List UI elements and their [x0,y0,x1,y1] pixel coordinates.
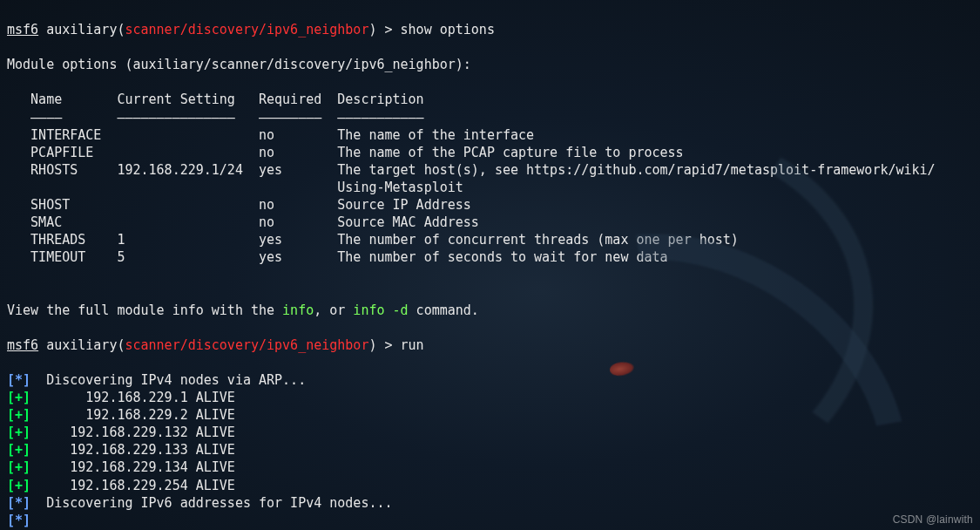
table-row: INTERFACE no The name of the interface [7,127,534,143]
output-line: [*] Discovering IPv6 addresses for IPv4 … [7,495,393,511]
output-text: 192.168.229.2 ALIVE [46,407,235,423]
command-show-options: show options [401,22,495,37]
status-star-icon: [*] [7,372,30,388]
output-text: 192.168.229.254 ALIVE [46,478,235,493]
msf-label: msf6 [7,22,38,37]
status-plus-icon: [+] [7,478,30,493]
table-header: Name Current Setting Required Descriptio… [7,92,424,107]
aux-label: auxiliary( [46,337,125,353]
output-text: 192.168.229.1 ALIVE [46,390,235,405]
table-underline: –––– ––––––––––––––– –––––––– ––––––––––… [7,110,424,126]
output-line: [+] 192.168.229.132 ALIVE [7,425,235,440]
output-line: [*] [7,513,46,528]
output-text: 192.168.229.133 ALIVE [46,442,235,458]
aux-label: auxiliary( [46,22,125,37]
output-line: [*] Discovering IPv4 nodes via ARP... [7,372,306,388]
watermark: CSDN @lainwith [893,513,973,527]
status-plus-icon: [+] [7,407,30,423]
prompt-line[interactable]: msf6 auxiliary(scanner/discovery/ipv6_ne… [7,22,495,37]
table-row: SHOST no Source IP Address [7,197,471,213]
status-plus-icon: [+] [7,459,30,475]
output-line: [+] 192.168.229.2 ALIVE [7,407,235,423]
output-line: [+] 192.168.229.134 ALIVE [7,459,235,475]
table-row: Using-Metasploit [7,180,463,195]
status-plus-icon: [+] [7,425,30,440]
status-star-icon: [*] [7,495,30,511]
output-text: Discovering IPv4 nodes via ARP... [46,372,306,388]
module-path: scanner/discovery/ipv6_neighbor [125,22,368,37]
module-options-header: Module options (auxiliary/scanner/discov… [7,57,471,72]
output-line: [+] 192.168.229.133 ALIVE [7,442,235,458]
status-star-icon: [*] [7,513,30,528]
msf-label: msf6 [7,337,38,353]
output-line: [+] 192.168.229.1 ALIVE [7,390,235,405]
output-text: 192.168.229.132 ALIVE [46,425,235,440]
prompt-close: ) > [368,22,400,37]
status-plus-icon: [+] [7,390,30,405]
module-path: scanner/discovery/ipv6_neighbor [125,337,368,353]
status-plus-icon: [+] [7,442,30,458]
output-text: Discovering IPv6 addresses for IPv4 node… [46,495,392,511]
output-text: 192.168.229.134 ALIVE [46,459,235,475]
output-line: [+] 192.168.229.254 ALIVE [7,478,235,493]
info-keyword: info [282,302,314,318]
